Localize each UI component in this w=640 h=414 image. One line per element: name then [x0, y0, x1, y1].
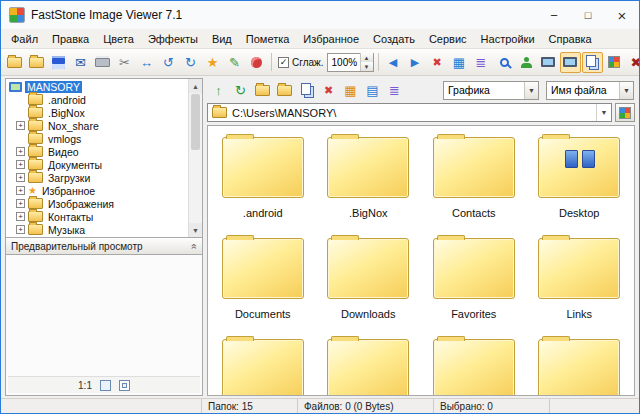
copy-icon[interactable] — [296, 80, 317, 101]
sort-mode-combo[interactable]: Имя файла — [546, 81, 634, 100]
menu-file[interactable]: Файл — [4, 31, 45, 47]
color-grid-glyph-icon — [608, 56, 620, 68]
dropdown-arrow-icon[interactable] — [619, 82, 633, 99]
folder-glyph-icon — [29, 57, 44, 68]
menu-edit[interactable]: Правка — [45, 31, 96, 47]
menu-settings[interactable]: Настройки — [474, 31, 542, 47]
thumbnail-view-icon[interactable] — [340, 80, 361, 101]
address-dropdown-icon[interactable] — [596, 104, 611, 121]
expand-icon[interactable] — [16, 160, 25, 169]
dual-view-icon[interactable] — [582, 52, 603, 73]
zoom-1to1-label[interactable]: 1:1 — [78, 380, 92, 391]
favorites-star-icon — [28, 185, 37, 196]
rotate-left-icon[interactable] — [158, 52, 179, 73]
up-folder-icon[interactable] — [208, 80, 229, 101]
folder-thumb[interactable] — [421, 330, 527, 396]
file-manage-icon[interactable] — [26, 52, 47, 73]
scroll-up-icon[interactable] — [189, 79, 202, 93]
delete-icon[interactable] — [318, 80, 339, 101]
save-as-icon[interactable] — [48, 52, 69, 73]
folder-thumb-bignox[interactable]: .BigNox — [316, 128, 422, 229]
user-icon[interactable] — [516, 52, 537, 73]
spin-down-icon[interactable] — [361, 62, 373, 71]
window-controls — [537, 1, 639, 29]
next-image-icon[interactable] — [405, 52, 426, 73]
expand-icon[interactable] — [16, 147, 25, 156]
folder-thumb-downloads[interactable]: Downloads — [316, 229, 422, 330]
menu-create[interactable]: Создать — [366, 31, 422, 47]
menu-tools[interactable]: Сервис — [422, 31, 474, 47]
expand-icon[interactable] — [16, 199, 25, 208]
compare-images-icon[interactable] — [449, 52, 470, 73]
tree-scrollbar[interactable] — [188, 79, 202, 237]
close-button[interactable] — [605, 1, 639, 29]
detail-view-icon[interactable] — [362, 80, 383, 101]
monitor-icon[interactable] — [538, 52, 559, 73]
expand-icon[interactable] — [16, 186, 25, 195]
menu-favorites[interactable]: Избранное — [296, 31, 366, 47]
maximize-button[interactable] — [571, 1, 605, 29]
menu-help[interactable]: Справка — [542, 31, 599, 47]
histogram-icon[interactable] — [471, 52, 492, 73]
address-go-button[interactable] — [615, 103, 635, 122]
menu-tag[interactable]: Пометка — [239, 31, 297, 47]
fit-window-icon[interactable] — [100, 380, 111, 391]
list-view-icon[interactable] — [384, 80, 405, 101]
scrollbar-thumb[interactable] — [191, 94, 200, 150]
tree-item-music[interactable]: Музыка — [6, 223, 202, 236]
expand-icon[interactable] — [16, 212, 25, 221]
menu-colors[interactable]: Цвета — [96, 31, 141, 47]
move-to-folder-icon[interactable] — [274, 80, 295, 101]
previous-image-icon[interactable] — [383, 52, 404, 73]
resize-icon[interactable] — [136, 52, 157, 73]
smoothing-checkbox[interactable] — [278, 57, 289, 68]
draw-icon[interactable] — [224, 52, 245, 73]
folder-icon — [538, 137, 620, 198]
spin-up-icon[interactable] — [361, 53, 373, 62]
open-folder-icon[interactable] — [4, 52, 25, 73]
folder-thumb[interactable] — [527, 330, 633, 396]
folder-thumb-links[interactable]: Links — [527, 229, 633, 330]
collapse-chevron-icon[interactable] — [189, 243, 200, 249]
preview-header[interactable]: Предварительный просмотр — [5, 238, 203, 255]
email-icon[interactable] — [70, 52, 91, 73]
minimize-button[interactable] — [537, 1, 571, 29]
folder-thumb-contacts[interactable]: Contacts — [421, 128, 527, 229]
folder-icon — [433, 137, 515, 198]
folder-thumb-android[interactable]: .android — [210, 128, 316, 229]
red-eye-icon[interactable] — [246, 52, 267, 73]
folder-thumb-desktop[interactable]: Desktop — [527, 128, 633, 229]
dropdown-arrow-icon[interactable] — [524, 82, 538, 99]
menu-view[interactable]: Вид — [205, 31, 239, 47]
preview-title: Предварительный просмотр — [11, 241, 143, 252]
address-input[interactable]: C:\Users\MANSORY\ — [207, 103, 612, 122]
effects-icon[interactable] — [202, 52, 223, 73]
video-folder-icon — [28, 146, 43, 157]
rotate-right-icon[interactable] — [180, 52, 201, 73]
folder-thumb[interactable] — [210, 330, 316, 396]
new-folder-icon[interactable] — [252, 80, 273, 101]
zoom-combo[interactable]: 100% — [327, 53, 374, 72]
actual-size-icon[interactable] — [119, 380, 130, 391]
exit-icon[interactable] — [626, 52, 640, 73]
folder-thumb[interactable] — [316, 330, 422, 396]
folder-thumb-favorites[interactable]: Favorites — [421, 229, 527, 330]
color-grid-icon[interactable] — [604, 52, 625, 73]
print-icon[interactable] — [92, 52, 113, 73]
refresh-icon[interactable] — [230, 80, 251, 101]
preview-controls: 1:1 — [8, 376, 200, 393]
magnifier-icon[interactable] — [494, 52, 515, 73]
expand-icon[interactable] — [16, 173, 25, 182]
expand-icon[interactable] — [16, 225, 25, 234]
folder-thumb-documents[interactable]: Documents — [210, 229, 316, 330]
crop-icon[interactable] — [114, 52, 135, 73]
menu-effects[interactable]: Эффекты — [141, 31, 205, 47]
expand-icon[interactable] — [16, 121, 25, 130]
toolbar-separator — [271, 53, 272, 71]
scroll-down-icon[interactable] — [189, 223, 202, 237]
delete-image-icon[interactable] — [427, 52, 448, 73]
status-left-pane — [1, 399, 202, 413]
tree-item-downloads[interactable]: Загрузки — [6, 171, 202, 184]
view-mode-combo[interactable]: Графика — [443, 81, 539, 100]
browser-view-icon[interactable] — [560, 52, 581, 73]
